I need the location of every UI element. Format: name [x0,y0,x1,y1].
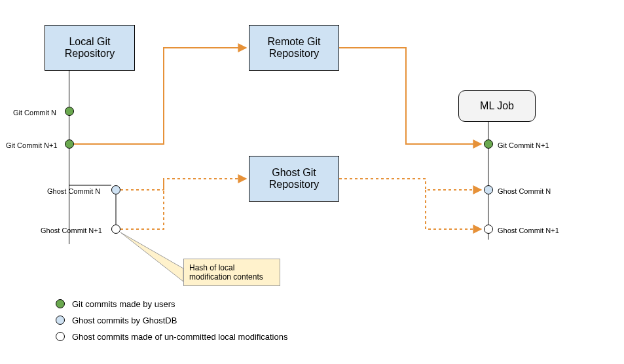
ml-ghost-commit-n-label: Ghost Commit N [498,187,551,195]
remote-git-repo-box: Remote Git Repository [249,25,339,71]
ml-job-box: ML Job [458,90,536,122]
git-commit-n-label: Git Commit N [13,109,56,117]
local-repo-stem [69,71,69,244]
ml-git-commit-n1-label: Git Commit N+1 [498,141,549,149]
ml-ghost-commit-n-dot [484,185,493,194]
git-commit-n1-label: Git Commit N+1 [6,141,58,149]
legend-blue-text: Ghost commits by GhostDB [72,316,177,325]
git-commit-n1-dot [65,139,74,149]
legend-green-text: Git commits made by users [72,299,175,309]
legend-green-dot [56,299,65,308]
ghost-commit-n-dot [111,185,120,194]
ghost-commit-n1-dot [111,225,120,234]
svg-marker-2 [120,232,183,282]
legend-blue-dot [56,316,65,325]
ml-ghost-commit-n1-dot [484,225,493,234]
ghost-commit-n-label: Ghost Commit N [47,187,100,195]
local-git-repo-box: Local Git Repository [45,25,135,71]
callout-box: Hash of local modification contents [183,259,280,286]
legend-white-text: Ghost commits made of un-committed local… [72,332,287,342]
ml-ghost-commit-n1-label: Ghost Commit N+1 [498,227,559,234]
ml-git-commit-n1-dot [484,139,493,149]
legend-white-dot [56,332,65,341]
git-commit-n-dot [65,107,74,116]
ghost-git-repo-box: Ghost Git Repository [249,156,339,202]
ghost-commit-n1-label: Ghost Commit N+1 [41,227,102,234]
